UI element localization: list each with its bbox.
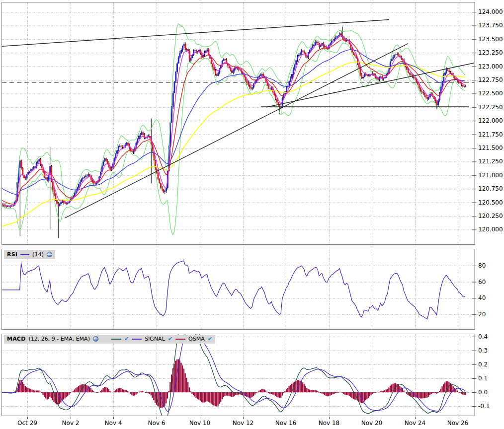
- price-tick-label: 120.500: [478, 199, 503, 206]
- date-tick-mark: [415, 417, 416, 419]
- rsi-params: (14): [32, 251, 44, 258]
- price-tick-label: 121.500: [478, 144, 503, 151]
- rsi-title: RSI: [7, 251, 17, 258]
- price-tick-label: 123.250: [478, 49, 503, 56]
- rsi-tick-label: 60: [478, 279, 486, 286]
- osma-checkbox[interactable]: ✔: [208, 337, 212, 342]
- date-tick-mark: [286, 417, 286, 419]
- price-tick-label: 120.250: [478, 213, 503, 219]
- date-tick-label: Nov 6: [148, 420, 166, 427]
- signal-line-sample: [132, 339, 142, 340]
- chart-application-window: RSI (14) MACD (12, 26, 9 - EMA, EMA) ✔ S…: [0, 0, 504, 429]
- osma-label: OSMA: [188, 336, 205, 342]
- price-tick-label: 122.000: [478, 117, 503, 124]
- date-axis: Oct 29Nov 2Nov 4Nov 6Nov 10Nov 12Nov 16N…: [0, 417, 504, 429]
- date-tick-mark: [27, 417, 28, 419]
- price-tick-label: 122.750: [478, 76, 503, 83]
- macd-tick-label: 0.1: [478, 375, 488, 382]
- date-tick-mark: [157, 417, 157, 419]
- date-tick-mark: [200, 417, 200, 419]
- macd-title: MACD: [7, 336, 25, 342]
- macd-legend-chip: MACD (12, 26, 9 - EMA, EMA) ✔ SIGNAL ✔ O…: [4, 335, 215, 344]
- price-tick-label: 121.000: [478, 172, 503, 179]
- rsi-legend-chip: RSI (14): [4, 250, 55, 259]
- price-tick-label: 123.750: [478, 22, 503, 29]
- rsi-tick-label: 20: [478, 311, 486, 318]
- macd-line-sample: [111, 339, 121, 340]
- rsi-indicator-canvas[interactable]: [1, 249, 477, 330]
- date-tick-mark: [329, 417, 330, 419]
- rsi-sample-line: [20, 254, 29, 255]
- macd-tick-label: 0.4: [478, 333, 488, 340]
- price-tick-label: 122.500: [478, 90, 503, 97]
- date-tick-mark: [71, 417, 71, 419]
- rsi-tick-label: 40: [478, 294, 486, 301]
- macd-line-checkbox[interactable]: ✔: [124, 337, 129, 342]
- macd-tick-label: 0.2: [478, 361, 488, 368]
- date-tick-label: Oct 29: [17, 420, 37, 427]
- date-tick-label: Nov 2: [62, 420, 80, 427]
- date-tick-mark: [372, 417, 372, 419]
- macd-indicator-canvas[interactable]: [1, 334, 477, 416]
- date-tick-mark: [243, 417, 244, 419]
- rsi-tick-label: 80: [478, 262, 486, 269]
- price-tick-label: 121.750: [478, 131, 503, 138]
- date-tick-label: Nov 18: [319, 420, 340, 427]
- main-price-chart-canvas[interactable]: [1, 2, 477, 245]
- signal-label: SIGNAL: [145, 336, 165, 342]
- macd-tick-label: 0.0: [478, 389, 488, 396]
- price-tick-label: 122.250: [478, 104, 503, 111]
- date-tick-label: Nov 26: [447, 420, 469, 427]
- date-tick-mark: [458, 417, 458, 419]
- macd-params: (12, 26, 9 - EMA, EMA): [28, 336, 89, 342]
- price-tick-label: 123.000: [478, 63, 503, 70]
- date-tick-label: Nov 10: [189, 420, 211, 427]
- macd-tick-label: -0.1: [478, 403, 490, 410]
- price-tick-label: 120.750: [478, 185, 503, 192]
- macd-settings-globe-icon[interactable]: [93, 336, 98, 342]
- price-tick-label: 121.250: [478, 158, 503, 165]
- rsi-settings-globe-icon[interactable]: [47, 252, 52, 257]
- date-tick-label: Nov 12: [233, 420, 254, 427]
- date-tick-mark: [113, 417, 114, 419]
- date-tick-label: Nov 16: [275, 420, 297, 427]
- price-tick-label: 124.000: [478, 8, 503, 15]
- signal-checkbox[interactable]: ✔: [168, 337, 172, 342]
- date-tick-label: Nov 20: [361, 420, 383, 427]
- price-tick-label: 120.000: [478, 226, 503, 233]
- macd-tick-label: 0.3: [478, 347, 488, 354]
- osma-line-sample: [175, 339, 185, 340]
- date-tick-label: Nov 4: [105, 420, 122, 427]
- price-tick-label: 123.500: [478, 36, 503, 43]
- date-tick-label: Nov 24: [405, 420, 426, 427]
